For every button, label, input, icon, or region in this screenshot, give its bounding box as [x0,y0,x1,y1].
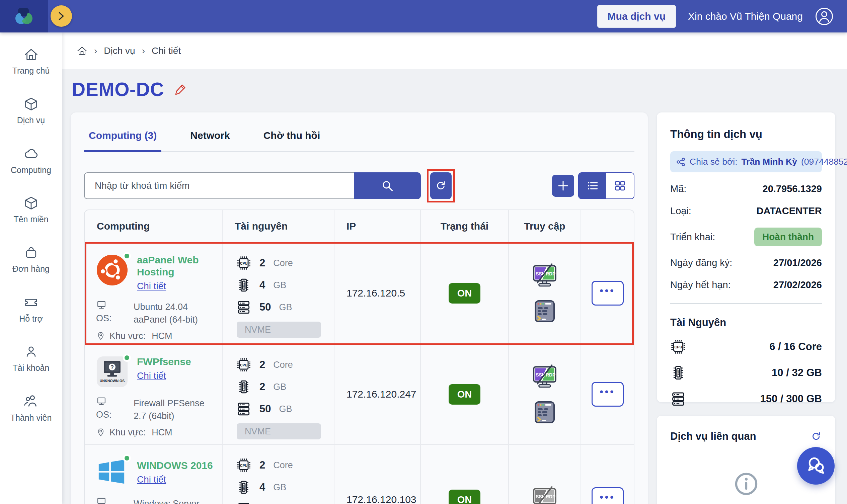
console-icon[interactable] [533,400,557,424]
sidebar-item-account[interactable]: Tài khoản [0,334,62,383]
cpu-unit: Core [273,258,293,268]
detail-link[interactable]: Chi tiết [137,281,166,291]
table-row-status-cell: ON [420,242,508,344]
grid-icon [614,179,627,192]
toolbar [84,172,634,199]
expire-date-value: 27/02/2026 [773,280,822,290]
sidebar-item-home[interactable]: Trang chủ [0,36,62,86]
related-refresh-button[interactable] [811,431,822,442]
add-computing-button[interactable] [552,175,574,197]
tab-reclaim[interactable]: Chờ thu hồi [259,130,325,151]
ram-value: 4 [260,481,265,493]
ubuntu-logo [96,254,128,286]
console-icon[interactable] [533,299,557,323]
table-row-actions-cell: ••• [581,242,634,344]
disk-icon [670,391,686,407]
service-name: aaPanel Web Hosting [137,254,213,278]
deploy-status-badge: Hoàn thành [754,228,822,246]
logo-icon [13,5,35,28]
region-value: HCM [152,331,172,341]
shopping-bag-icon [24,245,38,260]
table-row-resources-cell: 2Core 2GB 50GB NVME [222,344,334,444]
location-pin-icon [96,331,105,341]
breadcrumb-services[interactable]: Dịch vụ [104,46,135,56]
table-row-status-cell: ON [420,444,508,504]
share-icon [676,158,686,166]
cube-icon [24,97,38,111]
refresh-button[interactable] [430,172,452,199]
resource-cpu-value: 6 / 16 Core [769,341,822,353]
buy-service-button[interactable]: Mua dịch vụ [597,5,676,28]
top-bar: Mua dịch vụ Xin chào Vũ Thiện Quang [0,0,847,33]
region-label: Khu vực: [109,427,146,438]
row-more-button[interactable]: ••• [592,281,624,306]
search-button[interactable] [354,172,421,199]
users-icon [23,394,39,409]
ram-icon [236,379,251,395]
sidebar-item-support[interactable]: Hỗ trợ [0,284,62,334]
resource-disk-value: 150 / 300 GB [760,393,822,405]
deploy-label: Triển khai: [670,232,715,242]
ssh-rdp-icon[interactable] [531,364,559,392]
expire-date-label: Ngày hết hạn: [670,280,731,290]
column-header-computing: Computing [85,210,222,242]
breadcrumb-detail[interactable]: Chi tiết [152,46,181,56]
row-more-button[interactable]: ••• [592,382,624,407]
tab-bar: Computing (3) Network Chờ thu hồi [84,130,634,152]
detail-link[interactable]: Chi tiết [137,371,166,381]
user-avatar[interactable] [815,7,834,26]
grid-view-button[interactable] [606,173,634,198]
column-header-ip: IP [334,210,420,242]
list-view-button[interactable] [579,173,606,198]
table-row-resources-cell: 2Core 4GB [222,444,334,504]
table-row-ip-cell: 172.16.120.247 [334,344,420,444]
resources-title: Tài Nguyên [670,317,822,329]
svg-text:UNKNOWN OS: UNKNOWN OS [100,379,125,383]
resource-ram-value: 10 / 32 GB [772,367,822,379]
online-status-dot [123,354,131,362]
chat-bubbles-icon [806,455,826,476]
status-badge: ON [448,283,481,304]
chevron-right-icon [56,11,66,21]
ticket-icon [23,294,39,310]
disk-unit: GB [279,404,292,414]
user-icon [24,344,38,359]
computing-table: Computing Tài nguyên IP Trạng thái Truy … [84,210,634,504]
sidebar-item-services[interactable]: Dịch vụ [0,86,62,136]
register-date-value: 27/01/2026 [773,257,822,268]
table-row-status-cell: ON [420,344,508,444]
sidebar-item-label: Đơn hàng [12,264,50,274]
sidebar-item-domains[interactable]: Tên miền [0,185,62,235]
sidebar-item-orders[interactable]: Đơn hàng [0,235,62,284]
tab-network[interactable]: Network [186,130,234,151]
search-input[interactable] [84,172,354,199]
sidebar-item-label: Thành viên [11,413,52,423]
info-circle-icon [670,471,822,497]
ssh-rdp-icon[interactable] [531,263,559,290]
breadcrumb-home-icon[interactable] [77,46,87,56]
cloud-icon [23,146,39,161]
edit-title-icon[interactable] [173,82,188,96]
sidebar-collapse-button[interactable] [51,5,72,27]
tab-computing[interactable]: Computing (3) [84,130,161,151]
sidebar-item-label: Dịch vụ [17,115,45,125]
ram-unit: GB [273,280,286,290]
service-name: WINDOWS 2016 [137,460,213,471]
table-row-access-cell [508,242,581,344]
disk-type-badge: NVME [237,322,321,338]
ram-unit: GB [273,482,286,492]
os-monitor-icon [96,396,134,407]
code-value: 20.7956.1329 [763,183,822,195]
app-logo[interactable] [0,0,48,33]
sidebar-item-label: Tài khoản [13,363,50,373]
row-more-button[interactable]: ••• [592,487,624,504]
windows-logo [96,456,128,488]
chat-support-button[interactable] [797,447,835,485]
sidebar-item-members[interactable]: Thành viên [0,383,62,433]
detail-link[interactable]: Chi tiết [137,474,166,485]
avatar-icon [815,7,834,26]
related-services-title: Dịch vụ liên quan [670,430,756,443]
breadcrumb-separator: › [142,46,145,56]
sidebar-item-computing[interactable]: Computing [0,136,62,185]
column-header-resources: Tài nguyên [222,210,334,242]
